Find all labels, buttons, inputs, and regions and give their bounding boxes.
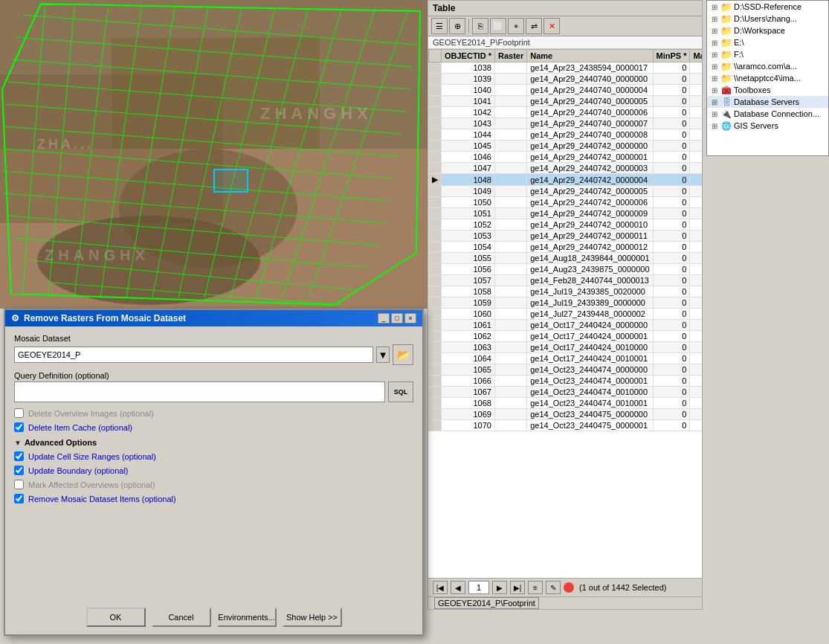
nav-first-btn[interactable]: |◀ [433, 581, 448, 594]
table-row[interactable]: ▶ 1048 ge14_Apr29_2440742_0000004 0 27 0… [429, 174, 703, 186]
maximize-btn[interactable]: □ [391, 313, 403, 323]
table-container[interactable]: OBJECTID * Raster Name MinPS * MaxPS * L… [428, 49, 702, 578]
table-row[interactable]: 1047 ge14_Apr29_2440742_0000003 0 27 0. [429, 163, 703, 174]
expand-icon[interactable]: ⊞ [710, 121, 719, 130]
nav-prev-btn[interactable]: ◀ [451, 581, 465, 594]
tree-item-netapp[interactable]: ⊞ 📁 \\netapptcc4\ima... [707, 72, 828, 84]
table-row[interactable]: 1043 ge14_Apr29_2440740_0000007 0 27 0. [429, 118, 703, 129]
nav-next-btn[interactable]: ▶ [492, 581, 507, 594]
table-row[interactable]: 1059 ge14_Jul19_2439389_0000000 0 27 0. [429, 297, 703, 309]
expand-icon[interactable]: ⊞ [710, 26, 719, 35]
row-selector[interactable] [429, 118, 442, 129]
query-input[interactable] [14, 381, 385, 402]
update-boundary-checkbox[interactable] [14, 466, 24, 475]
tree-item-db-connection[interactable]: ⊞ 🔌 Database Connection... [707, 108, 828, 120]
row-selector[interactable] [429, 309, 442, 320]
expand-icon[interactable]: ⊞ [710, 109, 719, 118]
nav-query-btn[interactable]: ✎ [546, 581, 561, 594]
mosaic-dataset-input[interactable] [14, 347, 373, 363]
row-selector[interactable] [429, 320, 442, 331]
minimize-btn[interactable]: _ [378, 313, 390, 323]
expand-icon[interactable]: ⊞ [710, 74, 719, 83]
toolbar-add-btn[interactable]: ⊕ [449, 18, 465, 34]
row-selector[interactable] [429, 409, 442, 420]
table-row[interactable]: 1069 ge14_Oct23_2440475_0000000 0 27 0. [429, 409, 703, 420]
row-selector[interactable] [429, 376, 442, 387]
tree-item-gis-servers[interactable]: ⊞ 🌐 GIS Servers [707, 120, 828, 132]
tree-item-f[interactable]: ⊞ 📁 F:\ [707, 48, 828, 60]
table-row[interactable]: 1057 ge14_Feb28_2440744_0000013 0 27 0. [429, 275, 703, 286]
show-help-button[interactable]: Show Help >> [283, 608, 342, 627]
tree-item-toolboxes[interactable]: ⊞ 🧰 Toolboxes [707, 84, 828, 96]
row-selector[interactable] [429, 286, 442, 297]
table-row[interactable]: 1038 ge14_Apr23_2438594_0000017 0 27 0. [429, 62, 703, 74]
expand-icon[interactable]: ⊞ [710, 2, 719, 11]
row-selector[interactable] [429, 62, 442, 74]
table-row[interactable]: 1056 ge14_Aug23_2439875_0000000 0 27 0. [429, 264, 703, 275]
table-row[interactable]: 1050 ge14_Apr29_2440742_0000006 0 27 0. [429, 197, 703, 208]
row-selector[interactable] [429, 74, 442, 85]
table-row[interactable]: 1067 ge14_Oct23_2440474_0010000 0 27 0. [429, 387, 703, 398]
row-selector[interactable] [429, 163, 442, 174]
table-row[interactable]: 1042 ge14_Apr29_2440740_0000006 0 27 0. [429, 107, 703, 118]
ok-button[interactable]: OK [86, 608, 146, 627]
table-tab-label[interactable]: GEOEYE2014_P\Footprint [434, 597, 539, 609]
row-selector[interactable] [429, 297, 442, 309]
row-selector[interactable] [429, 231, 442, 242]
expand-icon[interactable]: ⊞ [710, 38, 719, 47]
table-row[interactable]: 1063 ge14_Oct17_2440424_0010000 0 27 0. [429, 342, 703, 353]
row-selector[interactable]: ▶ [429, 174, 442, 186]
row-selector[interactable] [429, 85, 442, 96]
table-row[interactable]: 1039 ge14_Apr29_2440740_0000000 0 27 0. [429, 74, 703, 85]
row-selector[interactable] [429, 129, 442, 141]
table-row[interactable]: 1062 ge14_Oct17_2440424_0000001 0 27 0. [429, 331, 703, 342]
expand-icon[interactable]: ⊞ [710, 86, 719, 94]
row-selector[interactable] [429, 186, 442, 197]
row-selector[interactable] [429, 331, 442, 342]
table-row[interactable]: 1055 ge14_Aug18_2439844_0000001 0 27 0. [429, 253, 703, 264]
tree-item-users[interactable]: ⊞ 📁 D:\Users\zhang... [707, 13, 828, 25]
cancel-button[interactable]: Cancel [152, 608, 211, 627]
table-row[interactable]: 1045 ge14_Apr29_2440742_0000000 0 27 0. [429, 141, 703, 152]
nav-table-btn[interactable]: ≡ [528, 581, 543, 594]
row-selector[interactable] [429, 152, 442, 163]
row-selector[interactable] [429, 96, 442, 107]
page-number-input[interactable] [468, 581, 489, 594]
toolbar-menu-btn[interactable]: ☰ [431, 18, 448, 34]
row-selector[interactable] [429, 275, 442, 286]
table-row[interactable]: 1052 ge14_Apr29_2440742_0000010 0 27 0. [429, 219, 703, 231]
row-selector[interactable] [429, 398, 442, 409]
toolbar-select-btn[interactable]: ⬜ [490, 18, 506, 34]
delete-overview-checkbox[interactable] [14, 408, 24, 418]
table-row[interactable]: 1065 ge14_Oct23_2440474_0000000 0 27 0. [429, 364, 703, 376]
table-row[interactable]: 1051 ge14_Apr29_2440742_0000009 0 27 0. [429, 208, 703, 219]
col-maxps[interactable]: MaxPS * [690, 50, 702, 62]
table-row[interactable]: 1058 ge14_Jul19_2439385_0020000 0 27 0. [429, 286, 703, 297]
tree-item-database-servers[interactable]: ⊞ 🗄 Database Servers [707, 96, 828, 108]
table-row[interactable]: 1040 ge14_Apr29_2440740_0000004 0 27 0. [429, 85, 703, 96]
environments-button[interactable]: Environments... [217, 608, 277, 627]
row-selector[interactable] [429, 364, 442, 376]
table-row[interactable]: 1070 ge14_Oct23_2440475_0000001 0 27 0. [429, 420, 703, 431]
sql-btn[interactable]: SQL [388, 381, 413, 402]
table-row[interactable]: 1068 ge14_Oct23_2440474_0010001 0 27 0. [429, 398, 703, 409]
row-selector[interactable] [429, 242, 442, 253]
expand-icon[interactable]: ⊞ [710, 62, 719, 71]
expand-icon[interactable]: ⊞ [710, 14, 719, 23]
row-selector[interactable] [429, 387, 442, 398]
table-row[interactable]: 1066 ge14_Oct23_2440474_0000001 0 27 0. [429, 376, 703, 387]
close-btn[interactable]: × [404, 313, 416, 323]
remove-items-checkbox[interactable] [14, 494, 24, 503]
col-minps[interactable]: MinPS * [653, 50, 690, 62]
row-selector[interactable] [429, 107, 442, 118]
row-selector[interactable] [429, 264, 442, 275]
row-selector[interactable] [429, 208, 442, 219]
update-cell-checkbox[interactable] [14, 451, 24, 461]
col-name[interactable]: Name [527, 50, 653, 62]
row-selector[interactable] [429, 353, 442, 364]
row-selector[interactable] [429, 420, 442, 431]
table-row[interactable]: 1044 ge14_Apr29_2440740_0000008 0 27 0. [429, 129, 703, 141]
toolbar-delete-btn[interactable]: ✕ [543, 18, 560, 34]
tree-item-aramco[interactable]: ⊞ 📁 \\aramco.com\a... [707, 60, 828, 72]
table-row[interactable]: 1060 ge14_Jul27_2439448_0000002 0 80 0. [429, 309, 703, 320]
